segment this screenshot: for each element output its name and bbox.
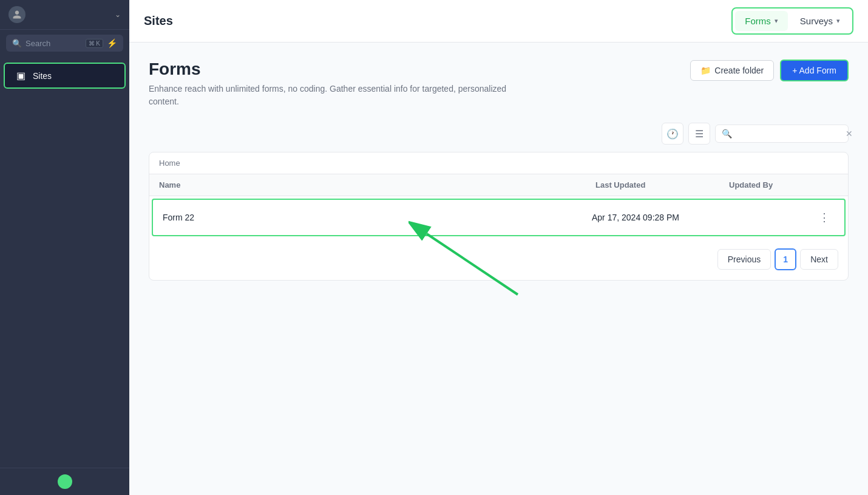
sidebar-item-sites[interactable]: ▣ Sites — [4, 63, 126, 89]
col-updated-by: Updated By — [729, 180, 838, 189]
add-form-button[interactable]: + Add Form — [780, 60, 849, 81]
sidebar-bottom — [0, 468, 129, 495]
chevron-down-icon: ⌄ — [115, 10, 121, 19]
chevron-down-icon: ▾ — [775, 17, 778, 25]
bottom-indicator — [58, 474, 72, 489]
search-icon: 🔍 — [12, 39, 22, 48]
sidebar-search[interactable]: 🔍 Search ⌘ K ⚡ — [6, 35, 123, 52]
tab-surveys-label: Surveys — [800, 16, 833, 26]
col-last-updated: Last Updated — [595, 180, 729, 189]
main-content: Sites Forms ▾ Surveys ▾ Forms Enhance re… — [129, 0, 868, 495]
sidebar-nav: ▣ Sites — [0, 56, 129, 468]
header: Sites Forms ▾ Surveys ▾ — [129, 0, 868, 43]
search-icon: 🔍 — [722, 129, 732, 138]
content-area: Forms Enhance reach with unlimited forms… — [129, 43, 868, 495]
row-name: Form 22 — [163, 213, 592, 222]
col-name: Name — [159, 180, 595, 189]
table-header: Name Last Updated Updated By — [149, 174, 848, 196]
row-last-updated: Apr 17, 2024 09:28 PM — [592, 213, 725, 222]
page-description: Enhance reach with unlimited forms, no c… — [149, 83, 513, 108]
table-row[interactable]: Form 22 Apr 17, 2024 09:28 PM ⋮ — [152, 199, 846, 236]
create-folder-button[interactable]: 📁 Create folder — [690, 60, 774, 81]
add-form-label: + Add Form — [792, 66, 836, 75]
page-header-title: Sites — [144, 14, 173, 28]
main-wrapper: Sites Forms ▾ Surveys ▾ Forms Enhance re… — [129, 0, 868, 495]
list-icon-button[interactable]: ☰ — [688, 123, 710, 145]
clear-search-icon[interactable]: ✕ — [846, 129, 853, 138]
bolt-icon: ⚡ — [107, 38, 117, 48]
sidebar: ⌄ 🔍 Search ⌘ K ⚡ ▣ Sites — [0, 0, 129, 495]
page-title: Forms — [149, 60, 513, 79]
list-icon: ☰ — [695, 128, 704, 140]
title-area: Forms Enhance reach with unlimited forms… — [149, 60, 513, 108]
breadcrumb: Home — [149, 152, 848, 174]
forms-table: Home Name Last Updated Updated By Form 2… — [149, 152, 849, 281]
sidebar-item-label: Sites — [33, 71, 52, 81]
tab-forms-label: Forms — [745, 16, 771, 26]
content-actions: 📁 Create folder + Add Form — [690, 60, 849, 81]
tab-forms[interactable]: Forms ▾ — [735, 11, 788, 31]
content-header: Forms Enhance reach with unlimited forms… — [149, 60, 849, 108]
folder-icon: 📁 — [700, 66, 711, 75]
table-search-input[interactable] — [736, 129, 842, 138]
page-number[interactable]: 1 — [775, 248, 796, 270]
next-button[interactable]: Next — [800, 249, 838, 270]
search-shortcut: ⌘ K — [86, 39, 103, 48]
user-info — [8, 6, 25, 23]
avatar — [8, 6, 25, 23]
previous-button[interactable]: Previous — [717, 249, 771, 270]
header-tabs: Forms ▾ Surveys ▾ — [731, 7, 853, 35]
table-controls: 🕐 ☰ 🔍 ✕ — [149, 123, 849, 145]
search-label: Search — [25, 39, 82, 48]
row-options-button[interactable]: ⋮ — [814, 208, 835, 227]
row-actions: ⋮ — [725, 208, 835, 227]
tab-surveys[interactable]: Surveys ▾ — [790, 11, 850, 31]
user-menu[interactable]: ⌄ — [0, 0, 129, 30]
create-folder-label: Create folder — [714, 66, 764, 75]
clock-icon-button[interactable]: 🕐 — [662, 123, 683, 145]
chevron-down-icon: ▾ — [836, 17, 840, 25]
sites-icon: ▣ — [15, 70, 27, 81]
pagination: Previous 1 Next — [149, 239, 848, 280]
table-search-wrap[interactable]: 🔍 ✕ — [715, 125, 849, 143]
clock-icon: 🕐 — [666, 128, 679, 140]
